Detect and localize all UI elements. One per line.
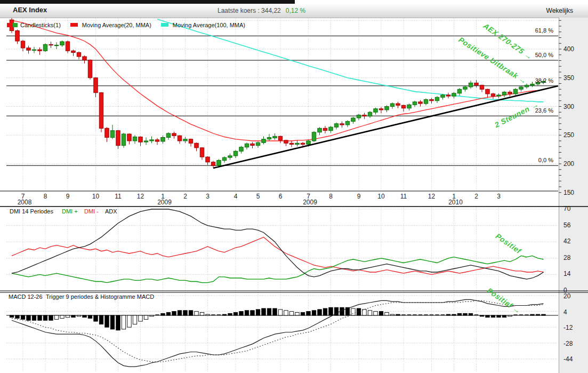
macd-panel-title: MACD 12-26 (9, 293, 43, 300)
adx-label: ADX (105, 208, 117, 215)
month-label: 2 (474, 193, 478, 200)
dmi-axis-label: 28 (563, 254, 570, 261)
price-axis-label: 350 (563, 74, 574, 82)
price-axis-label: 150 (563, 189, 574, 196)
chart-window: AEX Index Laatste koers : 344,220,12 % W… (0, 0, 588, 373)
dmi-axis-label: 14 (563, 270, 570, 277)
month-label: 5 (256, 193, 260, 200)
month-label: 12 (137, 193, 144, 200)
candlestick-down-swatch-icon (7, 23, 12, 27)
month-label: 12 (428, 193, 435, 200)
legend-item-ma100[interactable]: Moving Average(100, MMA) (161, 22, 245, 28)
month-label: 10 (92, 193, 99, 200)
macd-axis-label: -44 (563, 355, 573, 363)
dmi-panel-title: DMI 14 Periodes (10, 208, 53, 215)
month-label: 10 (377, 193, 384, 200)
month-label: 8 (329, 193, 333, 200)
chart-legend: Candlesticks(1) Moving Average(20, MMA) … (7, 21, 255, 28)
month-label: 11 (115, 193, 121, 200)
dmi-axis-label: 70 (563, 205, 570, 212)
legend-candlesticks-label: Candlesticks(1) (20, 22, 61, 28)
dmi-plus-label: DMI + (62, 208, 78, 215)
month-label: 6 (279, 193, 283, 200)
chart-canvas[interactable] (0, 0, 588, 373)
price-axis-label: 250 (563, 131, 574, 139)
macd-panel-subtitle: Trigger 9 periodes & Histogramme MACD (46, 293, 154, 300)
dmi-minus-label: DMI - (84, 208, 99, 215)
month-label: 9 (357, 193, 361, 200)
macd-axis-label: -12 (563, 324, 573, 331)
legend-item-candlesticks[interactable]: Candlesticks(1) (7, 22, 61, 28)
dmi-axis-label: 56 (563, 221, 570, 229)
year-label: 2008 (18, 199, 32, 206)
price-axis-label: 300 (563, 103, 574, 110)
month-label: 11 (400, 193, 407, 200)
month-label: 4 (234, 193, 238, 200)
fib-level-label: 61,8 % (521, 27, 553, 34)
price-axis-label: 200 (563, 160, 574, 168)
year-label: 2009 (303, 199, 317, 206)
price-axis-label: 400 (563, 45, 574, 53)
legend-ma100-label: Moving Average(100, MMA) (173, 22, 245, 28)
month-label: 2 (183, 193, 187, 200)
fib-level-label: 0,0 % (521, 157, 553, 163)
year-label: 2010 (448, 199, 463, 206)
legend-item-ma20[interactable]: Moving Average(20, MMA) (70, 22, 151, 28)
month-label: 3 (206, 193, 210, 200)
year-label: 2009 (157, 199, 172, 206)
legend-ma20-label: Moving Average(20, MMA) (82, 22, 151, 28)
candlestick-up-swatch-icon (13, 23, 18, 27)
macd-axis-label: 4 (563, 308, 567, 316)
month-label: 3 (497, 193, 501, 200)
month-label: 8 (44, 193, 47, 200)
dmi-axis-label: 42 (563, 237, 570, 245)
macd-axis-label: -28 (563, 340, 573, 347)
ma100-swatch-icon (161, 23, 168, 27)
ma20-swatch-icon (70, 23, 78, 27)
macd-axis-label: 20 (563, 292, 570, 300)
month-label: 9 (66, 193, 70, 200)
